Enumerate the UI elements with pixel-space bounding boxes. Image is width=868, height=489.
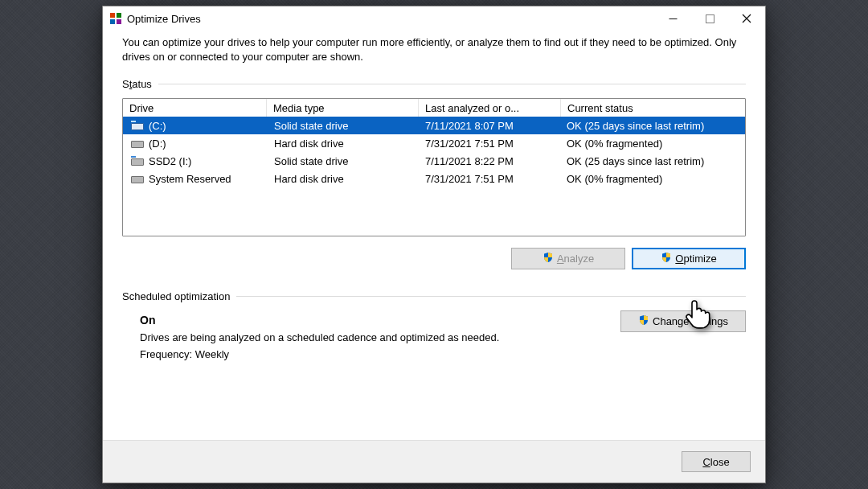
analyze-button-label: Analyze [557, 253, 594, 265]
drive-name: (D:) [149, 138, 166, 150]
close-button-label: Close [702, 456, 729, 468]
content-area: You can optimize your drives to help you… [103, 31, 765, 440]
drive-status: OK (25 days since last retrim) [560, 152, 745, 170]
optimize-button[interactable]: Optimize [632, 248, 746, 269]
drive-media: Solid state drive [268, 117, 419, 134]
close-button[interactable] [728, 6, 765, 31]
minimize-button[interactable] [654, 6, 691, 31]
change-settings-label: Change settings [653, 315, 728, 327]
analyze-button[interactable]: Analyze [511, 248, 625, 269]
drive-media: Hard disk drive [268, 170, 419, 187]
change-settings-button[interactable]: Change settings [620, 310, 746, 332]
window-title: Optimize Drives [127, 13, 201, 25]
shield-icon [638, 314, 649, 328]
table-body: (C:)Solid state drive7/11/2021 8:07 PMOK… [123, 117, 745, 187]
status-section-header: Status [122, 78, 746, 90]
col-header-last[interactable]: Last analyzed or o... [419, 99, 561, 117]
table-row[interactable]: (D:)Hard disk drive7/31/2021 7:51 PMOK (… [123, 134, 745, 152]
defrag-app-icon [109, 12, 122, 25]
scheduled-section-header: Scheduled optimization [122, 290, 746, 302]
status-label: Status [122, 78, 152, 90]
divider [236, 296, 746, 297]
maximize-button[interactable] [691, 6, 728, 31]
table-row[interactable]: System ReservedHard disk drive7/31/2021 … [123, 170, 745, 187]
table-header: Drive Media type Last analyzed or o... C… [123, 99, 745, 117]
col-header-status[interactable]: Current status [561, 99, 745, 117]
table-row[interactable]: SSD2 (I:)Solid state drive7/11/2021 8:22… [123, 152, 745, 170]
col-header-media[interactable]: Media type [267, 99, 419, 117]
scheduled-desc: Drives are being analyzed on a scheduled… [140, 331, 620, 343]
drive-name: SSD2 (I:) [149, 155, 191, 167]
drive-icon [131, 138, 144, 148]
scheduled-label: Scheduled optimization [122, 290, 230, 302]
titlebar-left: Optimize Drives [109, 12, 201, 25]
scheduled-state: On [140, 314, 620, 327]
drive-status: OK (25 days since last retrim) [560, 117, 745, 134]
col-header-drive[interactable]: Drive [123, 99, 267, 117]
drive-name: (C:) [149, 120, 166, 132]
close-dialog-button[interactable]: Close [682, 451, 751, 472]
drive-media: Solid state drive [268, 152, 419, 170]
drive-status: OK (0% fragmented) [560, 134, 745, 152]
action-button-row: Analyze Optimize [122, 248, 746, 269]
table-row[interactable]: (C:)Solid state drive7/11/2021 8:07 PMOK… [123, 117, 745, 134]
drive-icon [131, 121, 144, 130]
scheduled-info: On Drives are being analyzed on a schedu… [140, 314, 620, 360]
optimize-drives-window: Optimize Drives You can optimize your dr… [102, 6, 766, 483]
drive-media: Hard disk drive [268, 134, 419, 152]
drive-name: System Reserved [149, 173, 231, 185]
scheduled-freq: Frequency: Weekly [140, 348, 620, 360]
svg-rect-2 [110, 19, 115, 24]
drive-status: OK (0% fragmented) [560, 170, 745, 187]
drives-table[interactable]: Drive Media type Last analyzed or o... C… [122, 98, 746, 236]
drive-last: 7/11/2021 8:07 PM [419, 117, 560, 134]
svg-rect-5 [706, 14, 714, 23]
dialog-footer: Close [103, 440, 765, 483]
description-text: You can optimize your drives to help you… [122, 35, 746, 64]
svg-rect-1 [117, 13, 121, 18]
drive-icon [131, 174, 144, 183]
shield-icon [542, 252, 554, 265]
svg-rect-0 [110, 13, 115, 18]
window-controls [654, 6, 765, 31]
drive-last: 7/31/2021 7:51 PM [419, 170, 560, 187]
shield-icon [661, 252, 672, 265]
drive-icon [131, 156, 144, 166]
titlebar: Optimize Drives [103, 6, 765, 31]
drive-last: 7/11/2021 8:22 PM [419, 152, 560, 170]
drive-last: 7/31/2021 7:51 PM [419, 134, 560, 152]
divider [158, 84, 746, 84]
optimize-button-label: Optimize [675, 253, 716, 265]
svg-rect-3 [117, 19, 121, 24]
